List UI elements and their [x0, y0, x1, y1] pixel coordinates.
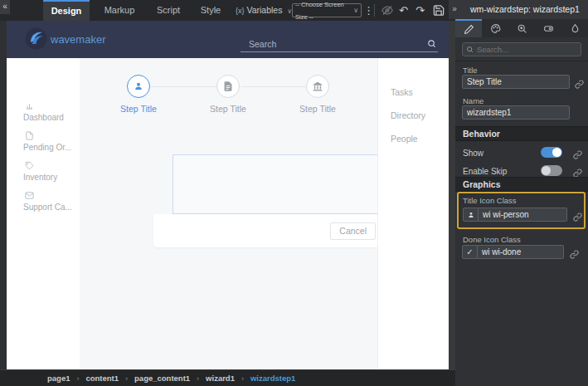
cancel-button[interactable]: Cancel: [330, 222, 376, 240]
search-icon: [466, 46, 474, 53]
show-toggle[interactable]: [541, 147, 562, 158]
search-placeholder: Search: [249, 39, 276, 49]
document-icon: [222, 81, 234, 92]
screen-size-select[interactable]: -- Choose Screen Size -- ∨: [292, 3, 362, 17]
wizard-step-2[interactable]: Step Title: [195, 75, 261, 114]
chart-icon: [25, 101, 34, 110]
person-icon: [133, 81, 144, 92]
variables-icon: {x}: [236, 7, 245, 15]
nav-item-people[interactable]: People: [391, 134, 418, 144]
person-icon: [463, 208, 479, 222]
nav-item-directory[interactable]: Directory: [391, 110, 425, 120]
tab-properties-pencil-icon[interactable]: [455, 19, 482, 37]
breadcrumb-page1[interactable]: page1: [47, 374, 70, 383]
file-icon: [25, 131, 34, 140]
title-field-input[interactable]: [462, 75, 570, 89]
design-canvas: wavemaker Search Dashboard Pending Or.: [7, 21, 449, 369]
tab-theme-drop-icon[interactable]: [561, 19, 588, 37]
chevron-right-icon: ›: [241, 374, 244, 383]
wizard-step-3[interactable]: Step Title: [284, 75, 351, 114]
title-field-label: Title: [463, 66, 478, 75]
breadcrumb: page1 › content1 › page_content1 › wizar…: [0, 369, 455, 386]
inspector-tabbar: [455, 19, 588, 37]
bank-icon: [312, 81, 323, 92]
preview-search-field[interactable]: Search: [241, 37, 438, 52]
breadcrumb-page-content1[interactable]: page_content1: [134, 374, 190, 383]
done-icon-class-label: Done Icon Class: [463, 235, 521, 244]
expand-panel-button[interactable]: »: [449, 0, 460, 19]
nav-item-dashboard[interactable]: Dashboard: [23, 101, 80, 122]
tab-device-cam-icon[interactable]: [535, 19, 561, 37]
behavior-section-header[interactable]: Behavior: [455, 126, 588, 141]
chevron-right-icon: ›: [125, 374, 128, 383]
tab-script[interactable]: Script: [148, 0, 189, 21]
envelope-icon: [25, 191, 34, 200]
chevron-down-icon: ∨: [353, 4, 358, 17]
tab-search-gear-icon[interactable]: [508, 19, 535, 37]
collapsed-widgets-panel[interactable]: [0, 21, 7, 369]
tab-styles-palette-icon[interactable]: [482, 19, 508, 37]
chevron-right-icon: ›: [76, 374, 79, 383]
wavemaker-logo-icon: [25, 27, 47, 50]
breadcrumb-wizard1[interactable]: wizard1: [206, 374, 235, 383]
wizard-step-1[interactable]: Step Title: [105, 75, 172, 114]
tab-style[interactable]: Style: [192, 0, 229, 21]
enable-skip-toggle-label: Enable Skip: [463, 167, 507, 176]
chevron-right-icon: ›: [197, 374, 199, 383]
preview-right-nav: Tasks Directory People: [377, 58, 449, 369]
nav-item-support-cases[interactable]: Support Ca...: [23, 191, 80, 212]
preview-main-content: Step Title Step Title: [80, 58, 377, 369]
bind-link-icon[interactable]: [570, 247, 579, 257]
toolbar-divider: [374, 4, 375, 17]
property-search-input[interactable]: [477, 45, 568, 54]
nav-item-tasks[interactable]: Tasks: [391, 87, 413, 97]
bind-link-icon[interactable]: [573, 210, 582, 219]
done-icon-class-input[interactable]: [478, 245, 564, 259]
variables-button[interactable]: {x} Variables ∨: [236, 0, 292, 21]
graphics-section-header[interactable]: Graphics: [455, 177, 588, 192]
selected-widget-title: wm-wizardstep: wizardstep1: [455, 0, 588, 19]
name-field-input[interactable]: [462, 105, 570, 120]
tab-design[interactable]: Design: [43, 0, 90, 21]
property-search-field[interactable]: [462, 42, 581, 56]
preview-eye-off-icon[interactable]: [381, 4, 394, 17]
more-options-icon[interactable]: ⋮: [363, 0, 374, 21]
breadcrumb-wizardstep1[interactable]: wizardstep1: [250, 374, 295, 383]
title-icon-class-label: Title Icon Class: [463, 196, 517, 205]
search-icon: [427, 39, 436, 48]
show-toggle-label: Show: [463, 149, 484, 158]
brand-name: wavemaker: [51, 33, 105, 46]
title-icon-class-input[interactable]: [479, 208, 567, 222]
divider: [455, 61, 588, 61]
highlighted-property-group: Title Icon Class: [457, 192, 586, 229]
tag-icon: [25, 161, 34, 170]
enable-skip-toggle[interactable]: [541, 165, 562, 176]
nav-item-inventory[interactable]: Inventory: [23, 161, 80, 182]
breadcrumb-content1[interactable]: content1: [85, 374, 119, 383]
properties-panel: wm-wizardstep: wizardstep1 »: [455, 0, 588, 386]
save-icon[interactable]: [432, 4, 445, 17]
collapse-left-panel-button[interactable]: «: [0, 0, 10, 14]
tab-markup[interactable]: Markup: [96, 0, 143, 21]
wavemaker-studio: « Design Markup Script Style {x} Variabl…: [0, 0, 588, 386]
bind-link-icon[interactable]: [573, 166, 582, 175]
undo-icon[interactable]: ↶: [399, 0, 408, 21]
preview-app-header: wavemaker Search: [7, 21, 449, 58]
top-toolbar: « Design Markup Script Style {x} Variabl…: [0, 0, 455, 21]
preview-left-nav: Dashboard Pending Or... Inventory Suppor…: [7, 58, 80, 369]
check-icon: ✓: [462, 245, 478, 259]
bind-link-icon[interactable]: [573, 148, 582, 157]
panel-splitter[interactable]: [449, 21, 455, 369]
nav-item-pending-orders[interactable]: Pending Or...: [23, 131, 80, 152]
bind-link-icon[interactable]: [575, 77, 584, 86]
redo-icon[interactable]: ↷: [415, 0, 425, 21]
name-field-label: Name: [463, 96, 484, 105]
